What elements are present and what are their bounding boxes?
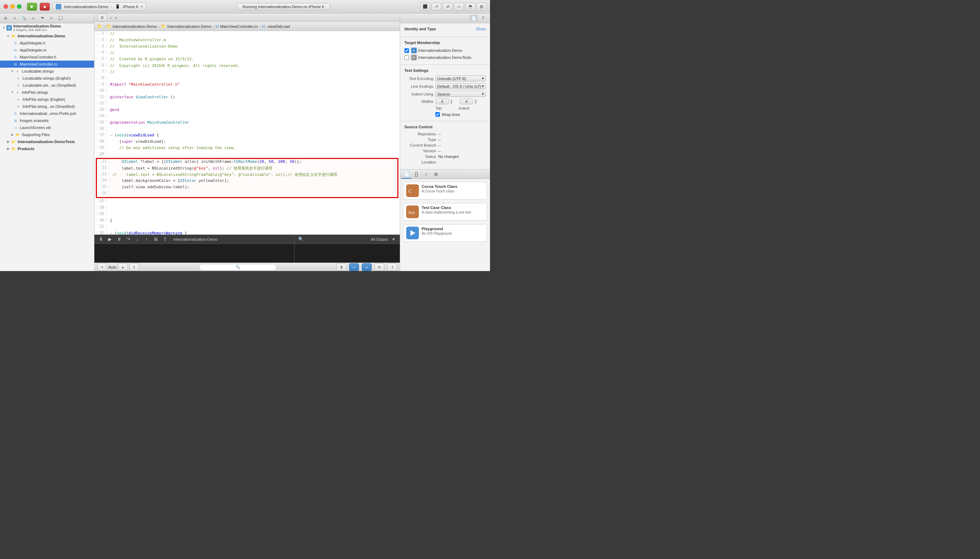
breadcrumb-item[interactable]: 📁 [97,24,102,28]
membership-checkbox-main[interactable] [404,48,409,53]
snippet-card-playground[interactable]: Playground An iOS Playground [403,224,487,242]
breadcrumb-method[interactable]: -viewDidLoad [267,24,290,28]
snippet-tab-code[interactable]: {} [411,170,421,179]
m-file-icon: m [13,47,18,53]
indent-width-stepper[interactable]: ▲ ▼ [475,99,477,104]
stepper-down[interactable]: ▼ [450,101,453,104]
sidebar-item-supporting[interactable]: ▶ 📁 Supporting Files [0,131,94,138]
tab-bar: ⊞ ‹ › [94,13,400,22]
snippet-tab-media[interactable]: ⊕ [431,170,441,179]
sidebar-item-infoplist-zh[interactable]: ≡ InfoPlist.string...se (Simplified) [0,103,94,110]
back-nav-button[interactable]: ‹ [109,15,112,20]
sidebar-item-appdelegate-m[interactable]: m AppDelegate.m [0,46,94,54]
info-icon-btn[interactable]: ℹ [387,263,397,271]
navigator-grid[interactable]: ⊞ [97,14,107,22]
line-endings-select[interactable]: Default - OS X / Unix (LF) ▾ [436,83,486,89]
minimize-button[interactable] [10,4,15,9]
membership-checkbox-tests[interactable] [404,55,409,60]
debug-share[interactable]: ⇧ [161,236,168,243]
stepper-down[interactable]: ▼ [475,101,477,104]
scheme-selector[interactable]: Internationalization-Demo › 📱 iPhone 6 ▾ [53,2,146,11]
sidebar-grid-icon[interactable]: ⊞ [2,15,10,22]
sidebar-item-intdemo[interactable]: ▼ 📁 Internationalization-Demo [0,32,94,40]
sidebar-item-mainvc-h[interactable]: h MainViewController.h [0,54,94,61]
show-button[interactable]: Show [476,27,486,31]
sidebar-item-localizable-en[interactable]: ≡ Localizable.strings (English) [0,75,94,82]
sidebar-item-prefix-pch[interactable]: h Internationalizat...emo-Prefix.pch [0,110,94,117]
clear-btn[interactable]: 🗑 [337,263,346,271]
fullscreen-button[interactable] [17,4,21,9]
sidebar-search-icon[interactable]: 🔍 [20,15,28,22]
close-button[interactable] [3,4,8,9]
view-btn-3[interactable]: ⊞ [375,263,384,271]
stepper-up[interactable]: ▲ [475,99,477,101]
breadcrumb-folder[interactable]: 📁 [161,24,166,28]
breadcrumb-file[interactable]: MainViewController.m [220,24,258,28]
status-value: No changes [438,154,459,159]
debug-step-in[interactable]: ↓ [134,236,141,243]
sidebar-item-appdelegate-h[interactable]: h AppDelegate.h [0,40,94,46]
snippet-tab-file[interactable]: 📄 [402,170,411,179]
tab-width-stepper[interactable]: ▲ ▼ [450,99,453,104]
layout-button[interactable]: ▭ [454,3,464,11]
sidebar-bubble-icon[interactable]: 💬 [56,15,65,22]
sidebar-item-infoplist[interactable]: ▼ ≡ InfoPlist.strings [0,89,94,96]
debug-pause[interactable]: ⏸ [115,236,122,243]
tab-width-input[interactable]: 4 [436,99,449,104]
debug-console-right [294,244,400,263]
stepper-up[interactable]: ▲ [450,99,453,101]
forward-nav-button[interactable]: › [114,15,118,20]
sidebar-comment-icon[interactable]: ≡ [47,15,56,22]
sidebar-item-infoplist-en[interactable]: ≡ InfoPlist.strings (English) [0,96,94,103]
sidebar-item-images[interactable]: ⊞ Images.xcassets [0,117,94,124]
snippet-card-test[interactable]: Test Test Case Class A class implementin… [403,203,487,221]
sidebar-item-mainvc-m[interactable]: m MainViewController.m [0,61,94,68]
tab-file-inspector[interactable]: 📄 [470,15,478,22]
indent-width-input[interactable]: 4 [460,99,473,104]
sidebar-item-demotests[interactable]: ▶ 📁 Internationalization-DemoTests [0,138,94,145]
breadcrumb-folder-label[interactable]: Internationalization-Demo [167,24,211,28]
file-label: Localizable.strings [22,69,54,73]
bottom-info-btn[interactable]: ℹ [129,263,139,271]
debug-stack[interactable]: ⊞ [152,236,159,243]
sidebar-item-launchscreen[interactable]: ▭ LaunchScreen.xib [0,124,94,131]
run-button[interactable]: ▶ [27,3,37,11]
navigator-toggle[interactable]: ⬛ [420,3,430,11]
snippet-tab-object[interactable]: ○ [421,170,431,179]
sidebar-item-products[interactable]: ▶ 📁 Products [0,145,94,152]
sidebar-root[interactable]: ▼ X Internationalization-Demo 2 targets,… [0,23,94,32]
inspector-toggle[interactable]: ▧ [477,3,487,11]
debug-step-over[interactable]: ↷ [125,236,132,243]
view-btn-2[interactable]: ▭ [362,263,372,271]
bottom-filter-btn[interactable]: ▾ [97,263,107,271]
view-btn-1[interactable]: ▭ [349,263,359,271]
breadcrumb-item[interactable]: 📁 [106,24,111,28]
tab-quick-help[interactable]: ? [479,15,487,22]
sidebar-item-localizable-zh[interactable]: ≡ Localizable.stri...se (Simplified) [0,82,94,89]
stop-button[interactable]: ■ [40,3,49,11]
back-forward[interactable]: ⇄ [443,3,453,11]
split-button[interactable]: ⬒ [465,3,475,11]
code-line: 24 label.backgroundColor = [UIColor yell… [97,178,398,184]
inspector-tabs: 📄 ? [470,15,487,22]
sidebar-list-icon[interactable]: ≡ [11,15,19,22]
indent-using-select[interactable]: Spaces ▾ [436,91,486,97]
code-line: 31 [94,224,400,230]
debug-toggle[interactable]: ⬇ [97,236,104,243]
wrap-lines-checkbox[interactable] [436,112,440,117]
sidebar-flag-icon[interactable]: ⚑ [38,15,46,22]
search-bar[interactable]: 🔍 [199,264,277,270]
debug-filter[interactable]: ▾ [390,236,397,243]
refresh-button[interactable]: ↺ [432,3,441,11]
text-encoding-select[interactable]: Unicode (UTF-8) ▾ [436,75,486,81]
code-editor[interactable]: 1 // 2 // MainViewController.m 3 // Inte… [94,31,400,234]
sidebar-warn-icon[interactable]: ⚠ [29,15,37,22]
debug-step-out[interactable]: ↑ [143,236,150,243]
breadcrumb-app[interactable]: Internationalization-Demo [113,24,157,28]
debug-play[interactable]: ▶ [106,236,114,243]
bottom-up-btn[interactable]: ▲ [118,263,128,271]
snippet-card-cocoa[interactable]: C Cocoa Touch Class A Cocoa Touch class [403,182,487,200]
debug-output-toggle[interactable]: 🔍 [297,236,304,243]
type-label: Type [404,137,436,142]
sidebar-item-localizable[interactable]: ▼ ≡ Localizable.strings [0,68,94,75]
